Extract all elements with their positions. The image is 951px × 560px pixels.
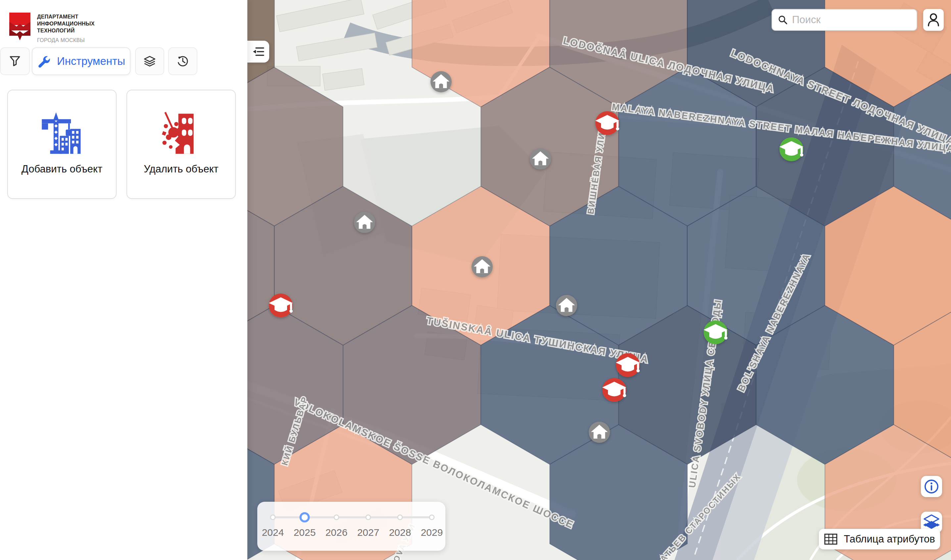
filter-icon — [9, 55, 21, 67]
timeline-dot-2029[interactable] — [429, 515, 435, 520]
school-marker[interactable] — [602, 378, 626, 402]
house-marker[interactable] — [556, 295, 577, 316]
tab-layers[interactable] — [135, 47, 164, 75]
search-bar — [772, 9, 917, 31]
school-marker[interactable] — [780, 137, 803, 161]
school-marker[interactable] — [616, 353, 640, 377]
timeline-dot-2028[interactable] — [398, 515, 403, 520]
timeline-dot-2027[interactable] — [365, 515, 371, 520]
sidebar: ДЕПАРТАМЕНТ ИНФОРМАЦИОННЫХ ТЕХНОЛОГИЙ ГО… — [0, 0, 247, 560]
brand-subtitle: ГОРОДА МОСКВЫ — [37, 37, 95, 43]
delete-object-label: Удалить объект — [144, 163, 219, 175]
school-marker[interactable] — [704, 320, 728, 344]
demolition-icon — [159, 111, 203, 155]
attribute-table-button[interactable]: Таблица атрибутов — [819, 529, 940, 549]
house-marker[interactable] — [589, 422, 610, 443]
house-marker[interactable] — [472, 256, 493, 277]
timeline-year-2029[interactable]: 2029 — [421, 527, 443, 538]
timeline-dot-2026[interactable] — [334, 515, 339, 520]
brand-line: ИНФОРМАЦИОННЫХ — [37, 20, 95, 27]
search-input[interactable] — [792, 14, 911, 26]
house-marker[interactable] — [430, 71, 452, 92]
collapse-panel-icon — [252, 46, 265, 58]
school-marker[interactable] — [595, 111, 619, 135]
timeline-track[interactable] — [273, 516, 432, 518]
timeline-year-2028[interactable]: 2028 — [389, 527, 411, 538]
timeline-year-2025[interactable]: 2025 — [294, 527, 316, 538]
profile-button[interactable] — [923, 9, 944, 31]
hex-layers-icon — [923, 514, 940, 531]
add-object-card[interactable]: Добавить объект — [7, 90, 117, 199]
dit-logo — [9, 12, 31, 46]
history-clock-icon — [176, 55, 189, 68]
info-icon — [924, 479, 939, 494]
timeline-year-2024[interactable]: 2024 — [262, 527, 284, 538]
crane-building-icon — [40, 111, 84, 155]
school-marker[interactable] — [269, 294, 293, 317]
tab-tools[interactable]: Инструменты — [32, 47, 131, 75]
attribute-table-label: Таблица атрибутов — [844, 533, 935, 545]
timeline-year-2027[interactable]: 2027 — [357, 527, 379, 538]
map-svg: LODOČNAÂ ULICA ЛОДОЧНАЯ УЛИЦАLODOCHNAYA … — [247, 0, 951, 560]
info-button[interactable] — [921, 476, 942, 497]
tab-tools-label: Инструменты — [57, 55, 125, 68]
delete-object-card[interactable]: Удалить объект — [126, 90, 236, 199]
user-icon — [926, 12, 940, 27]
wrench-icon — [37, 54, 51, 68]
tab-filter[interactable] — [0, 47, 30, 75]
tab-history[interactable] — [168, 47, 197, 75]
collapse-panel-button[interactable] — [247, 41, 269, 63]
add-object-label: Добавить объект — [22, 163, 102, 175]
search-icon — [777, 14, 788, 26]
brand-line: ТЕХНОЛОГИЙ — [37, 27, 95, 34]
timeline-dot-2024[interactable] — [270, 515, 276, 520]
table-icon — [824, 533, 838, 545]
timeline-year-2026[interactable]: 2026 — [325, 527, 348, 538]
house-marker[interactable] — [530, 148, 551, 169]
timeline-panel: 202420252026202720282029 — [257, 502, 445, 551]
brand-text: ДЕПАРТАМЕНТ ИНФОРМАЦИОННЫХ ТЕХНОЛОГИЙ ГО… — [37, 13, 95, 43]
house-marker[interactable] — [354, 212, 375, 233]
layers-icon — [143, 55, 156, 67]
map-canvas[interactable]: LODOČNAÂ ULICA ЛОДОЧНАЯ УЛИЦАLODOCHNAYA … — [247, 0, 951, 560]
timeline-dot-2025[interactable] — [300, 512, 310, 523]
brand-line: ДЕПАРТАМЕНТ — [37, 13, 95, 20]
